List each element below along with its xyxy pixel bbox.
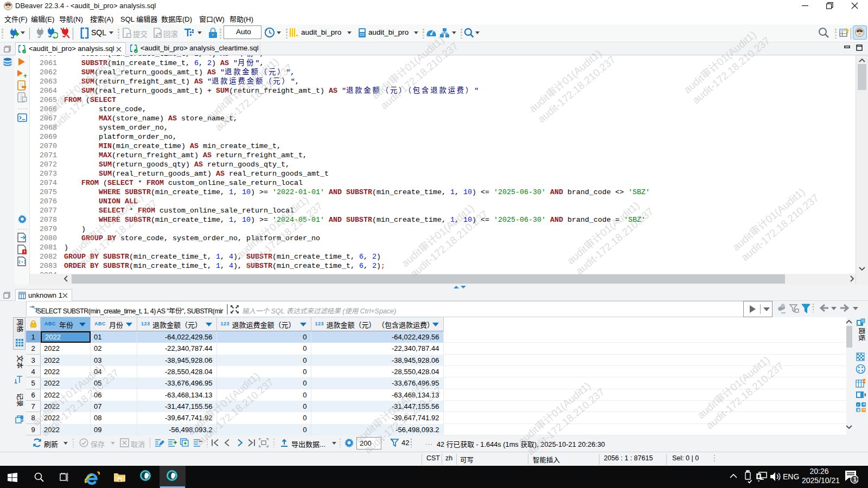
svg-text:=: = — [863, 407, 865, 413]
svg-text:+: + — [863, 402, 865, 407]
svg-text:1: 1 — [853, 476, 857, 483]
svg-text:-: - — [857, 402, 859, 407]
svg-text:x: x — [857, 407, 860, 413]
